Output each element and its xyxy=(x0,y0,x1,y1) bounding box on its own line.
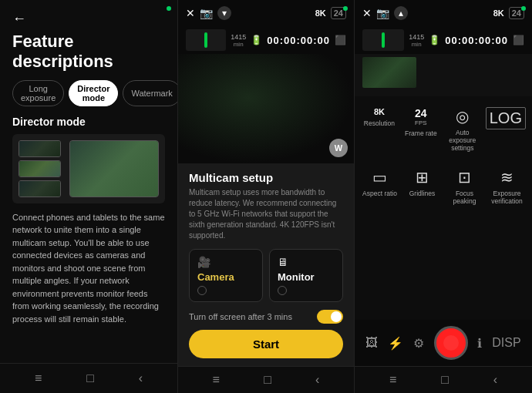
gallery-icon[interactable]: 🖼 xyxy=(365,336,378,350)
camera-label: Camera xyxy=(197,271,234,283)
panel-multicam-setup: ✕ 📷 ▾ 8K 24 1415 min 🔋 00:00:00:00 ⬛ W M… xyxy=(177,0,355,393)
ctrl-framerate-label: Frame rate xyxy=(405,129,437,137)
tablet-preview xyxy=(69,140,159,197)
p2-nav-home-icon[interactable]: □ xyxy=(264,373,271,387)
device-thumb-2 xyxy=(19,160,61,177)
nav-menu-icon[interactable]: ≡ xyxy=(35,371,42,385)
settings-icon[interactable]: ⚙ xyxy=(413,336,424,351)
status-indicator-1 xyxy=(167,6,171,11)
exposure-verification-icon: ≋ xyxy=(500,168,513,186)
p3-battery-unit: min xyxy=(412,41,422,48)
dropdown-arrow-3[interactable]: ▴ xyxy=(394,6,408,20)
multicam-title: Multicam setup xyxy=(189,171,343,184)
monitor-option[interactable]: 🖥 Monitor xyxy=(269,249,343,302)
gridlines-icon: ⊞ xyxy=(416,168,429,186)
resolution-badge-3: 8K xyxy=(493,8,504,18)
timeline-playhead-2 xyxy=(204,32,207,48)
timeline-area-2: 1415 min 🔋 00:00:00:00 ⬛ xyxy=(178,26,354,54)
camera-monitor-row: 🎥 Camera 🖥 Monitor xyxy=(189,249,343,302)
ctrl-framerate[interactable]: 24 FPS Frame rate xyxy=(401,102,441,157)
toggle-row: Turn off screen after 3 mins xyxy=(189,310,343,324)
p3-topbar-left: ✕ 📷 ▴ xyxy=(362,6,408,20)
p2-nav-menu-icon[interactable]: ≡ xyxy=(213,373,220,387)
p3-timecode: 00:00:00:00 xyxy=(445,35,508,46)
resolution-badge-2: 8K xyxy=(315,8,326,18)
p3-nav-home-icon[interactable]: □ xyxy=(441,373,449,387)
status-indicator-3 xyxy=(521,6,526,11)
camera-icon-3: 📷 xyxy=(376,7,389,19)
p3-nav-back-icon[interactable]: ‹ xyxy=(493,373,497,387)
close-button-2[interactable]: ✕ xyxy=(186,7,195,19)
camera-icon-2: 📷 xyxy=(200,7,213,19)
p3-battery-pct: 1415 xyxy=(409,33,424,41)
ctrl-log[interactable]: LOG xyxy=(484,102,527,157)
p3-nav-menu-icon[interactable]: ≡ xyxy=(389,373,396,387)
camera-mode-icon: 🎥 xyxy=(197,256,210,268)
p3-timeline-bar xyxy=(362,29,404,51)
ctrl-auto-exposure[interactable]: ◎ Auto exposure settings xyxy=(443,102,483,157)
back-button[interactable]: ← xyxy=(12,11,26,27)
ctrl-resolution-value: 8K xyxy=(374,107,385,116)
vf-thumbnail xyxy=(362,57,416,88)
panel3-nav: ≡ □ ‹ xyxy=(355,366,532,393)
nav-home-icon[interactable]: □ xyxy=(86,371,94,385)
auto-exposure-icon: ◎ xyxy=(456,107,469,126)
director-diagram xyxy=(12,134,165,203)
panel-camera-controls: ✕ 📷 ▴ 8K 24 1415 min 🔋 00:00:00:00 ⬛ 8K … xyxy=(355,0,532,393)
timeline-bar-2 xyxy=(186,29,226,51)
p3-battery-icon: 🔋 xyxy=(429,35,440,45)
nav-back-icon[interactable]: ‹ xyxy=(139,371,143,385)
panel1-nav: ≡ □ ‹ xyxy=(0,363,177,393)
camera-option[interactable]: 🎥 Camera xyxy=(189,249,263,302)
dropdown-arrow-2[interactable]: ▾ xyxy=(217,6,231,20)
camera-radio[interactable] xyxy=(197,286,207,295)
tab-watermark[interactable]: Watermark xyxy=(123,80,177,106)
ctrl-focus-label: Focus peaking xyxy=(446,190,483,205)
ctrl-aspect-label: Aspect ratio xyxy=(362,190,397,197)
p2-nav-back-icon[interactable]: ‹ xyxy=(315,373,319,387)
toggle-switch[interactable] xyxy=(317,310,343,324)
feature-description: Connect phones and tablets to the same n… xyxy=(0,211,177,326)
tab-director-mode[interactable]: Director mode xyxy=(69,80,118,106)
panel-feature-descriptions: ← Feature descriptions Long exposure Dir… xyxy=(0,0,177,393)
tabs-row: Long exposure Director mode Watermark xyxy=(0,80,177,116)
controls-grid-1: 8K Resolution 24 FPS Frame rate ◎ Auto e… xyxy=(355,96,532,163)
rec-indicator-2: ⬛ xyxy=(335,35,346,45)
panel2-nav: ≡ □ ‹ xyxy=(178,366,354,393)
ctrl-exposure-verification[interactable]: ≋ Exposure verification xyxy=(487,163,527,210)
topbar-left: ✕ 📷 ▾ xyxy=(186,6,231,20)
tab-long-exposure[interactable]: Long exposure xyxy=(12,80,64,106)
disp-button[interactable]: DISP xyxy=(492,336,520,350)
ctrl-resolution-label: Resolution xyxy=(364,119,395,127)
page-title: Feature descriptions xyxy=(0,32,177,80)
focus-peaking-icon: ⊡ xyxy=(458,168,471,186)
flash-icon[interactable]: ⚡ xyxy=(388,336,403,351)
toggle-knob xyxy=(331,311,342,322)
section-title-director: Director mode xyxy=(0,116,177,134)
ctrl-gridlines-label: Gridlines xyxy=(409,190,436,197)
record-button[interactable] xyxy=(434,326,468,360)
vf-thumb-image xyxy=(362,57,416,88)
panel1-header: ← xyxy=(0,0,177,32)
ctrl-exposure-label: Exposure verification xyxy=(488,190,526,205)
timecode-2: 00:00:00:00 xyxy=(267,35,330,46)
info-icon[interactable]: ℹ xyxy=(477,336,482,351)
start-button[interactable]: Start xyxy=(189,330,343,358)
tablet-image xyxy=(70,141,158,196)
p3-timeline-info: 1415 min xyxy=(409,33,424,48)
ctrl-gridlines[interactable]: ⊞ Gridlines xyxy=(402,163,443,210)
monitor-radio[interactable] xyxy=(278,286,287,295)
battery-unit-2: min xyxy=(234,41,244,48)
ctrl-resolution[interactable]: 8K Resolution xyxy=(359,102,399,157)
monitor-label: Monitor xyxy=(278,271,315,283)
ctrl-focus-peaking[interactable]: ⊡ Focus peaking xyxy=(444,163,485,210)
p3-topbar-right: 8K 24 xyxy=(493,7,524,19)
close-button-3[interactable]: ✕ xyxy=(362,7,372,19)
device-thumb-1 xyxy=(19,140,61,157)
panel3-viewfinder xyxy=(355,54,532,96)
ctrl-fps-unit: FPS xyxy=(415,119,427,126)
ctrl-auto-exposure-label: Auto exposure settings xyxy=(444,129,481,153)
device-thumb-3 xyxy=(19,180,61,197)
ctrl-aspect-ratio[interactable]: ▭ Aspect ratio xyxy=(359,163,400,210)
topbar-right: 8K 24 xyxy=(315,7,346,19)
